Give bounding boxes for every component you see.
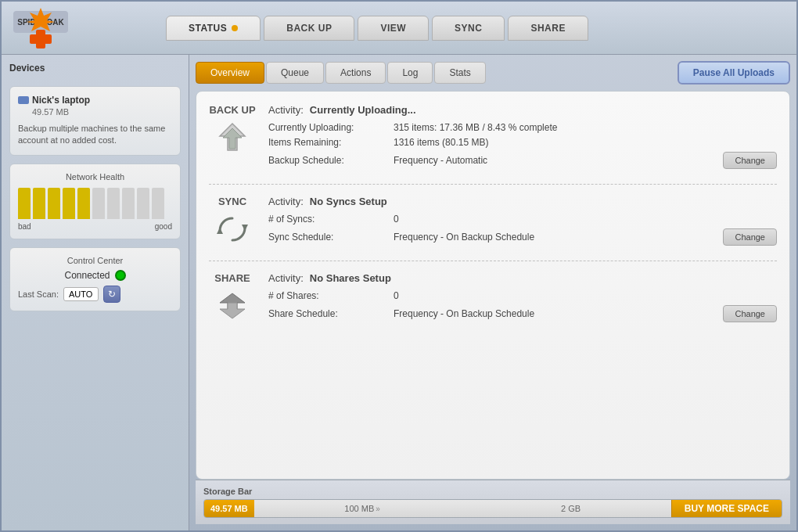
sync-value-0: 0: [394, 214, 777, 225]
sync-activity-value: No Syncs Setup: [310, 196, 387, 207]
share-change-label: Change: [735, 309, 765, 318]
share-label: SHARE: [214, 272, 250, 284]
share-key-1: Share Schedule:: [268, 308, 394, 319]
backup-change-button[interactable]: Change: [723, 152, 777, 169]
last-scan-input[interactable]: [63, 287, 99, 301]
sub-tab-queue[interactable]: Queue: [266, 62, 324, 84]
sub-tab-stats[interactable]: Stats: [434, 62, 485, 84]
sidebar: Devices Nick's laptop 49.57 MB Backup mu…: [2, 55, 189, 530]
tab-backup-label: BACK UP: [286, 23, 332, 34]
tab-view[interactable]: VIEW: [358, 16, 429, 41]
sync-activity-key: Activity:: [268, 196, 304, 207]
sub-tab-log-label: Log: [402, 67, 418, 78]
connected-text: Connected: [64, 270, 110, 281]
storage-marker-2: 2 GB: [561, 504, 581, 513]
tab-share-label: SHARE: [530, 23, 566, 34]
last-scan-label: Last Scan:: [18, 289, 59, 299]
buy-more-space-label: BUY MORE SPACE: [685, 503, 769, 514]
backup-icon-area: BACK UP: [209, 104, 256, 173]
tab-sync[interactable]: SYNC: [432, 16, 505, 41]
backup-activity-key: Activity:: [268, 104, 304, 116]
sync-detail-row-0: # of Syncs: 0: [268, 214, 777, 225]
backup-value-2: Frequency - Automatic: [394, 155, 723, 166]
tab-status-label: STATUS: [189, 23, 227, 34]
health-label-good: good: [155, 222, 172, 231]
svg-marker-10: [220, 303, 245, 318]
last-scan-row: Last Scan: ↻: [18, 286, 172, 303]
storage-used-value: 49.57 MB: [210, 504, 248, 513]
backup-detail-row-2: Backup Schedule: Frequency - Automatic C…: [268, 152, 777, 169]
health-bars: [18, 188, 172, 219]
network-health-title: Network Health: [18, 172, 172, 182]
backup-activity-value: Currently Uploading...: [310, 104, 416, 116]
control-center-title: Control Center: [18, 256, 172, 265]
storage-marker-1-value: 100 MB: [344, 504, 374, 513]
sub-tab-stats-label: Stats: [449, 67, 470, 78]
health-bar-3: [48, 188, 60, 219]
device-card: Nick's laptop 49.57 MB Backup multiple m…: [9, 86, 181, 156]
pause-all-uploads-button[interactable]: Pause All Uploads: [678, 61, 790, 84]
backup-value-1: 1316 items (80.15 MB): [394, 137, 777, 148]
backup-activity-line: Activity: Currently Uploading...: [268, 104, 777, 116]
content-area: Overview Queue Actions Log Stats Pause A…: [189, 55, 796, 530]
share-change-button[interactable]: Change: [723, 305, 777, 322]
sync-change-button[interactable]: Change: [723, 228, 777, 246]
logo: SPIDEROAK: [9, 5, 72, 52]
network-health-card: Network Health bad good: [9, 164, 181, 239]
health-bar-5: [77, 188, 90, 219]
scan-button[interactable]: ↻: [103, 286, 120, 303]
health-bar-8: [122, 188, 135, 219]
share-icon-area: SHARE: [209, 272, 256, 326]
share-icon: [215, 289, 250, 323]
pause-btn-label: Pause All Uploads: [693, 67, 775, 78]
sub-tab-actions-label: Actions: [340, 67, 371, 78]
tab-backup[interactable]: BACK UP: [264, 16, 354, 41]
connected-indicator-icon: [115, 270, 126, 281]
backup-key-1: Items Remaining:: [268, 137, 394, 148]
health-bar-2: [33, 188, 45, 219]
storage-bar-label: Storage Bar: [203, 487, 782, 496]
device-name: Nick's laptop: [18, 95, 172, 106]
backup-change-label: Change: [735, 156, 765, 165]
tab-share[interactable]: SHARE: [508, 16, 588, 41]
sub-tab-overview[interactable]: Overview: [196, 62, 264, 84]
storage-marker-2-value: 2 GB: [561, 504, 581, 513]
sub-tabs: Overview Queue Actions Log Stats Pause A…: [196, 61, 790, 84]
sync-key-0: # of Syncs:: [268, 214, 394, 225]
share-content: Activity: No Shares Setup # of Shares: 0…: [268, 272, 777, 326]
sub-tab-actions[interactable]: Actions: [325, 62, 386, 84]
backup-label: BACK UP: [209, 104, 255, 116]
sync-label: SYNC: [218, 196, 246, 207]
sub-tab-log[interactable]: Log: [387, 62, 433, 84]
main-panel: BACK UP Activity: Currently Uploading...: [196, 91, 790, 480]
header: SPIDEROAK STATUS BACK UP VIEW SYNC: [2, 2, 796, 55]
sync-change-label: Change: [735, 232, 765, 242]
share-activity-line: Activity: No Shares Setup: [268, 272, 777, 284]
share-key-0: # of Shares:: [268, 290, 394, 301]
share-activity-value: No Shares Setup: [310, 272, 391, 284]
status-dot-icon: [232, 25, 238, 31]
health-label-bad: bad: [18, 222, 31, 231]
health-bar-6: [92, 188, 105, 219]
sub-tab-overview-label: Overview: [210, 67, 250, 78]
device-name-text: Nick's laptop: [32, 95, 90, 106]
storage-used: 49.57 MB: [204, 500, 254, 517]
sync-detail-row-1: Sync Schedule: Frequency - On Backup Sch…: [268, 228, 777, 246]
share-section: SHARE Activity: No Shares Setup # of Sha…: [209, 272, 777, 337]
tab-sync-label: SYNC: [455, 23, 482, 34]
tab-status[interactable]: STATUS: [166, 16, 261, 41]
buy-more-space-button[interactable]: BUY MORE SPACE: [671, 500, 782, 517]
storage-middle: 100 MB » 2 GB: [254, 500, 671, 517]
health-bar-1: [18, 188, 31, 219]
control-center-card: Control Center Connected Last Scan: ↻: [9, 247, 181, 311]
health-bar-7: [107, 188, 120, 219]
backup-content: Activity: Currently Uploading... Current…: [268, 104, 777, 173]
sidebar-devices-title: Devices: [9, 63, 181, 74]
share-value-1: Frequency - On Backup Schedule: [394, 308, 723, 319]
share-detail-row-0: # of Shares: 0: [268, 290, 777, 301]
device-description: Backup multiple machines to the same acc…: [18, 123, 172, 147]
storage-bar-container: 49.57 MB 100 MB » 2 GB BUY MORE SPACE: [203, 499, 782, 518]
main-area: Devices Nick's laptop 49.57 MB Backup mu…: [2, 55, 796, 530]
sync-value-1: Frequency - On Backup Schedule: [394, 232, 723, 243]
sub-tab-queue-label: Queue: [281, 67, 309, 78]
